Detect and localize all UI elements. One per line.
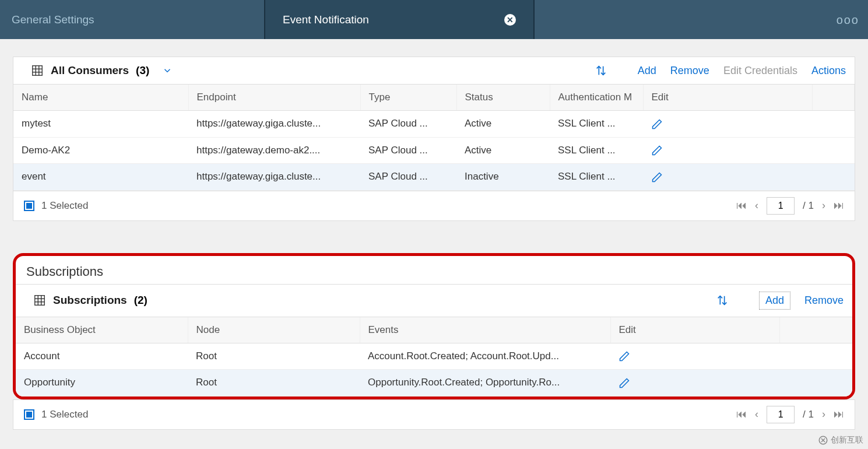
col-edit[interactable]: Edit <box>643 85 812 111</box>
edit-credentials-button: Edit Credentials <box>723 65 797 77</box>
pager: ⏮ ‹ / 1 › ⏭ <box>736 197 844 215</box>
cell-events: Account.Root.Created; Account.Root.Upd..… <box>360 343 610 370</box>
subscriptions-footer: 1 Selected ⏮ ‹ / 1 › ⏭ <box>13 399 855 429</box>
remove-button[interactable]: Remove <box>670 65 709 77</box>
edit-icon[interactable] <box>643 164 812 191</box>
page-input[interactable] <box>767 406 795 423</box>
cell-bo: Opportunity <box>16 370 188 397</box>
cell-endpoint: https://gateway.giga.cluste... <box>188 111 360 138</box>
subscriptions-highlight: Subscriptions Subscriptions (2) Add Remo… <box>13 253 855 399</box>
last-page-icon[interactable]: ⏭ <box>834 199 844 212</box>
tab-label: Event Notification <box>283 13 369 26</box>
first-page-icon[interactable]: ⏮ <box>736 408 747 420</box>
table-settings-icon[interactable] <box>33 294 46 307</box>
add-button[interactable]: Add <box>759 292 790 310</box>
col-events[interactable]: Events <box>360 317 610 343</box>
col-status[interactable]: Status <box>456 85 550 111</box>
last-page-icon[interactable]: ⏭ <box>834 408 844 420</box>
cell-type: SAP Cloud ... <box>360 164 456 191</box>
cell-endpoint: https://gateway.giga.cluste... <box>188 164 360 191</box>
overflow-menu-icon[interactable]: ooo <box>837 13 859 26</box>
consumers-toolbar: All Consumers (3) Add Remove Edit Creden… <box>13 57 855 85</box>
edit-icon[interactable] <box>610 343 779 370</box>
cell-auth: SSL Client ... <box>550 137 643 164</box>
close-icon[interactable]: ✕ <box>504 13 516 26</box>
table-row[interactable]: Demo-AK2 https://gateway.demo-ak2.... SA… <box>13 137 855 164</box>
sort-icon[interactable] <box>595 64 607 77</box>
col-name[interactable]: Name <box>13 85 188 111</box>
page-total: / 1 <box>803 200 814 212</box>
table-row[interactable]: Opportunity Root Opportunity.Root.Create… <box>16 370 852 397</box>
col-auth[interactable]: Authentication M <box>550 85 643 111</box>
selected-count: 1 Selected <box>41 200 88 212</box>
sort-icon[interactable] <box>716 294 729 307</box>
next-page-icon[interactable]: › <box>822 199 825 212</box>
cell-status: Active <box>456 111 550 138</box>
svg-rect-0 <box>33 66 43 76</box>
table-settings-icon[interactable] <box>31 64 44 77</box>
table-row[interactable]: event https://gateway.giga.cluste... SAP… <box>13 164 855 191</box>
pager: ⏮ ‹ / 1 › ⏭ <box>736 406 844 423</box>
svg-rect-7 <box>35 296 45 306</box>
edit-icon[interactable] <box>610 370 779 397</box>
cell-auth: SSL Client ... <box>550 111 643 138</box>
tab-event-notification[interactable]: Event Notification ✕ <box>265 0 533 39</box>
consumers-footer: 1 Selected ⏮ ‹ / 1 › ⏭ <box>13 191 855 220</box>
subscriptions-table: Business Object Node Events Edit Account… <box>16 317 852 397</box>
selected-count: 1 Selected <box>41 409 88 420</box>
table-row[interactable]: mytest https://gateway.giga.cluste... SA… <box>13 111 855 138</box>
cell-status: Inactive <box>456 164 550 191</box>
cell-bo: Account <box>16 343 188 370</box>
next-page-icon[interactable]: › <box>822 408 825 420</box>
subscriptions-toolbar: Subscriptions (2) Add Remove <box>16 284 852 317</box>
col-edit[interactable]: Edit <box>610 317 779 343</box>
cell-name: mytest <box>13 111 188 138</box>
page-total: / 1 <box>803 409 814 420</box>
consumers-count: (3) <box>136 64 149 77</box>
cell-type: SAP Cloud ... <box>360 111 456 138</box>
consumers-title: All Consumers <box>51 64 129 77</box>
col-type[interactable]: Type <box>360 85 456 111</box>
remove-button[interactable]: Remove <box>804 294 844 307</box>
cell-auth: SSL Client ... <box>550 164 643 191</box>
selection-indicator-icon[interactable] <box>24 409 34 420</box>
cell-events: Opportunity.Root.Created; Opportunity.Ro… <box>360 370 610 397</box>
cell-node: Root <box>188 343 360 370</box>
edit-icon[interactable] <box>643 137 812 164</box>
selection-indicator-icon[interactable] <box>24 201 34 211</box>
first-page-icon[interactable]: ⏮ <box>736 199 747 212</box>
chevron-down-icon[interactable] <box>162 65 173 76</box>
consumers-table: Name Endpoint Type Status Authentication… <box>13 85 855 191</box>
cell-name: event <box>13 164 188 191</box>
subscriptions-section-title: Subscriptions <box>16 256 852 284</box>
col-business-object[interactable]: Business Object <box>16 317 188 343</box>
tab-bar: General Settings Event Notification ✕ oo… <box>0 0 868 39</box>
cell-name: Demo-AK2 <box>13 137 188 164</box>
prev-page-icon[interactable]: ‹ <box>755 199 758 212</box>
subscriptions-count: (2) <box>134 294 147 307</box>
cell-status: Active <box>456 137 550 164</box>
consumers-panel: All Consumers (3) Add Remove Edit Creden… <box>13 57 855 221</box>
prev-page-icon[interactable]: ‹ <box>755 408 758 420</box>
cell-node: Root <box>188 370 360 397</box>
actions-button[interactable]: Actions <box>811 65 846 77</box>
subscriptions-title: Subscriptions <box>53 294 127 307</box>
col-endpoint[interactable]: Endpoint <box>188 85 360 111</box>
edit-icon[interactable] <box>643 111 812 138</box>
subscriptions-footer-panel: 1 Selected ⏮ ‹ / 1 › ⏭ <box>13 399 855 430</box>
cell-type: SAP Cloud ... <box>360 137 456 164</box>
cell-endpoint: https://gateway.demo-ak2.... <box>188 137 360 164</box>
add-button[interactable]: Add <box>638 65 656 77</box>
col-node[interactable]: Node <box>188 317 360 343</box>
table-row[interactable]: Account Root Account.Root.Created; Accou… <box>16 343 852 370</box>
tab-label: General Settings <box>12 13 94 26</box>
page-input[interactable] <box>767 197 795 215</box>
tab-general-settings[interactable]: General Settings <box>0 0 264 39</box>
